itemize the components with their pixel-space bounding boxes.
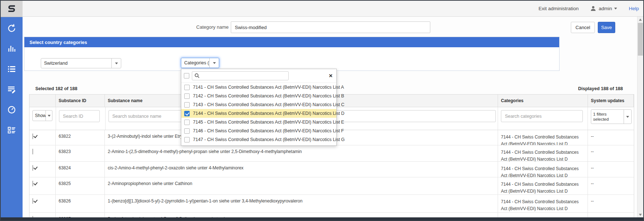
search-categories-input[interactable] (501, 110, 583, 122)
displayed-count: Displayed 188 of 188 (578, 86, 623, 91)
categories-dropdown-label: Categories (1) (181, 58, 209, 68)
category-name-input[interactable] (231, 21, 430, 33)
substance-id: 63824 (56, 162, 105, 177)
sidebar-item-edit-lists[interactable] (5, 84, 18, 95)
option-checkbox[interactable] (184, 85, 190, 90)
category-option[interactable]: 7142 - CH Swiss Controlled Substances Ac… (181, 92, 336, 100)
row-checkbox[interactable] (32, 133, 33, 139)
option-checkbox[interactable] (184, 128, 190, 134)
substance-name: 2-Amino-1-(2,5-dimethoxy-4-methyl)-pheny… (105, 145, 498, 161)
sidebar-item-schedule[interactable] (5, 104, 18, 115)
popup-search-row: ✕ (181, 69, 336, 83)
option-checkbox[interactable] (184, 102, 190, 108)
cancel-button[interactable]: Cancel (571, 22, 595, 33)
category-option[interactable]: 7143 - CH Swiss Controlled Substances Ac… (181, 100, 336, 109)
select-all-checkbox[interactable] (184, 73, 189, 79)
selected-count: Selected 182 of 188 (35, 86, 77, 91)
category-option[interactable]: 7141 - CH Swiss Controlled Substances Ac… (181, 83, 336, 92)
category-option[interactable]: 7145 - CH Swiss Controlled Substances Ac… (181, 118, 336, 126)
row-updates: -- (588, 130, 634, 145)
sidebar-item-lists[interactable] (5, 64, 18, 75)
arrow-down-icon (639, 214, 642, 216)
row-checkbox[interactable] (32, 181, 33, 186)
search-icon (194, 73, 199, 78)
row-checkbox[interactable] (32, 165, 33, 171)
clock-icon (7, 105, 17, 115)
row-updates: -- (588, 177, 634, 194)
table-row: 63826 1-(benzo[d][1,3]dioxol-5-yl)-2-(py… (29, 195, 634, 213)
scrollbar-thumb[interactable] (638, 23, 643, 56)
sidebar (1, 1, 23, 220)
row-updates: -- (588, 195, 634, 212)
panel-title: Select country categories (24, 37, 559, 47)
row-checkbox[interactable] (32, 149, 33, 154)
option-checkbox[interactable] (184, 137, 190, 142)
refresh-icon (7, 23, 17, 33)
system-updates-filter[interactable]: 1 filters selected (591, 109, 632, 124)
country-select[interactable]: Switzerland (41, 58, 121, 68)
list-icon (7, 64, 17, 74)
category-option-selected[interactable]: 7144 - CH Swiss Controlled Substances Ac… (181, 109, 336, 118)
sidebar-item-categories[interactable] (5, 125, 18, 136)
chevron-down-icon (614, 8, 617, 9)
vertical-scrollbar[interactable] (637, 17, 643, 217)
option-checkbox[interactable] (184, 111, 190, 116)
row-updates: -- (588, 145, 634, 161)
categories-popup: ✕ 7141 - CH Swiss Controlled Substances … (181, 69, 337, 146)
header-substance-id: Substance ID (56, 95, 105, 107)
option-label: 7141 - CH Swiss Controlled Substances Ac… (193, 85, 344, 90)
categories-dropdown-button[interactable]: Categories (1) (181, 58, 219, 68)
category-search-input[interactable] (192, 71, 289, 80)
chevron-down-icon (46, 110, 52, 121)
close-icon[interactable]: ✕ (329, 73, 333, 78)
arrow-up-icon (639, 19, 642, 21)
cards-icon (7, 125, 17, 135)
option-label: 7147 - CH Swiss Controlled Substances Ac… (193, 137, 345, 142)
row-categories: 7144 - CH Swiss Controlled Substances Ac… (498, 162, 588, 177)
substance-id: 63823 (56, 145, 105, 161)
scroll-up-button[interactable] (637, 17, 643, 22)
option-label: 7144 - CH Swiss Controlled Substances Ac… (193, 111, 344, 116)
show-filter-value: Show (33, 110, 46, 121)
header-system-updates: System updates (588, 95, 634, 107)
table-row: 63824 cis-2-Amino-4-methyl-phenyl-2-oxaz… (29, 162, 634, 177)
show-filter-select[interactable]: Show (32, 110, 52, 121)
row-categories: 7144 - CH Swiss Controlled Substances Ac… (498, 130, 588, 145)
substance-id: 63825 (56, 177, 105, 194)
scroll-down-button[interactable] (637, 212, 643, 217)
substance-id: 63822 (56, 130, 105, 145)
save-button[interactable]: Save (598, 22, 615, 33)
category-name-label: Category name (157, 24, 229, 30)
system-updates-filter-value: 1 filters selected (591, 110, 624, 124)
row-checkbox[interactable] (32, 198, 33, 204)
chevron-down-icon (209, 58, 219, 68)
search-id-input[interactable] (59, 110, 100, 122)
category-option[interactable]: 7147 - CH Swiss Controlled Substances Ac… (181, 135, 336, 144)
header-categories: Categories (498, 95, 588, 107)
username: admin (598, 6, 612, 11)
bar-chart-icon (7, 44, 17, 54)
topbar: Exit administration admin Help (23, 1, 643, 17)
admin-window: Exit administration admin Help Category … (0, 0, 644, 221)
sidebar-item-statistics[interactable] (5, 43, 18, 54)
option-label: 7143 - CH Swiss Controlled Substances Ac… (193, 102, 344, 107)
help-link[interactable]: Help (629, 6, 639, 11)
user-icon (590, 5, 596, 12)
substance-name: cis-2-Amino-4-methyl-phenyl-2-oxazolin s… (105, 162, 498, 177)
option-checkbox[interactable] (184, 93, 190, 99)
user-menu[interactable]: admin (590, 5, 617, 12)
option-checkbox[interactable] (184, 120, 190, 125)
exit-administration-link[interactable]: Exit administration (538, 6, 578, 11)
row-categories: 7144 - CH Swiss Controlled Substances Ac… (498, 195, 588, 212)
app-logo-icon (6, 3, 17, 14)
window-bottom-edge (1, 217, 643, 220)
chevron-down-icon (111, 59, 121, 68)
option-label: 7142 - CH Swiss Controlled Substances Ac… (193, 93, 344, 99)
row-categories: 7144 - CH Swiss Controlled Substances Ac… (498, 145, 588, 161)
substance-id: 63826 (56, 195, 105, 212)
table-row: 63825 2-Aminopropiophenon siehe unter Ca… (29, 177, 634, 195)
category-option[interactable]: 7146 - CH Swiss Controlled Substances Ac… (181, 126, 336, 135)
substance-name: 2-Aminopropiophenon siehe unter Cathinon (105, 177, 498, 194)
chevron-down-icon (624, 110, 631, 124)
sidebar-item-sync[interactable] (5, 23, 18, 34)
